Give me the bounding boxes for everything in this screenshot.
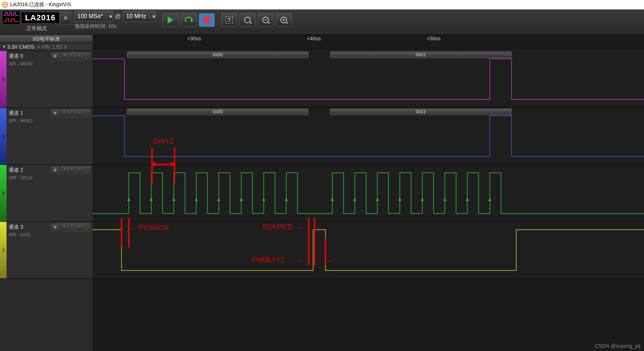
sidebar: I/O电平标准 ▼ 3.3V CMOS -> Vth: 1.65 V 0 通道 …	[0, 35, 93, 351]
channel-protocol: SPI - SCS	[9, 232, 90, 237]
text-cursor-icon: T	[226, 16, 233, 24]
channel-color-bar: 0	[0, 51, 7, 107]
stop-button[interactable]	[199, 13, 215, 27]
trigger-low-button[interactable]: _	[83, 110, 90, 117]
wave-row-0[interactable]: 0x000x01	[93, 51, 644, 108]
annotation-line	[121, 218, 122, 247]
channel-settings-button[interactable]: ⚙	[51, 53, 59, 60]
zoom-fit-button[interactable]	[239, 13, 255, 27]
annotation-div: DIV+2	[153, 137, 174, 146]
decode-label: 0x01	[330, 109, 512, 115]
trigger-group: ⸍ ‾ ⸌ _	[61, 166, 90, 174]
sample-duration-info: 预期采样时间: 10s	[74, 23, 156, 30]
annotation-line	[314, 218, 315, 265]
zoom-fit-icon	[244, 17, 251, 23]
trigger-rising-button[interactable]: ⸍	[61, 53, 68, 60]
channel-3: 3 通道 3 ⚙ ⸍ ‾ ⸌ _ SPI - SCS	[0, 222, 93, 279]
arrow-right-icon: →	[296, 257, 303, 264]
arrow-right-icon: →	[296, 224, 303, 232]
channel-color-bar: 3	[0, 222, 7, 278]
sample-rate-value: 100 MSa*	[74, 13, 106, 20]
trigger-high-button[interactable]: ‾	[68, 110, 75, 117]
trigger-high-button[interactable]: ‾	[68, 53, 75, 60]
sample-freq-combo[interactable]: 10 MHz ▾	[123, 11, 156, 22]
trigger-falling-button[interactable]: ⸌	[75, 110, 83, 117]
toolbar: LA2016 ⚙ 正常模式 100 MSa* ▾ @ 10 MHz ▾ 预期采样…	[0, 9, 644, 35]
zoom-out-button[interactable]: −	[258, 13, 274, 27]
trigger-rising-button[interactable]: ⸍	[61, 224, 68, 231]
chevron-down-icon: ▾	[106, 13, 112, 20]
gear-icon: ⚙	[63, 15, 68, 21]
trigger-group: ⸍ ‾ ⸌ _	[61, 52, 90, 60]
annotation-sckpcs: SCKPCS	[262, 223, 292, 231]
device-wave-icon	[2, 11, 20, 25]
time-ruler: +30us+40us+50us	[93, 35, 644, 51]
arrow-left-icon: ◀	[151, 160, 156, 168]
channel-name: 通道 1	[9, 110, 23, 117]
wave-row-3[interactable]	[93, 222, 644, 279]
device-mode: 正常模式	[26, 25, 47, 32]
trigger-high-button[interactable]: ‾	[68, 224, 75, 231]
annotation-line	[325, 238, 326, 265]
trigger-low-button[interactable]: _	[83, 224, 90, 231]
trigger-group: ⸍ ‾ ⸌ _	[61, 109, 90, 117]
chevron-down-icon: ▾	[149, 13, 156, 20]
trigger-low-button[interactable]: _	[83, 53, 90, 60]
device-name: LA2016	[21, 12, 60, 24]
io-header: I/O电平标准	[0, 35, 93, 43]
loop-button[interactable]	[181, 13, 197, 27]
channel-settings-button[interactable]: ⚙	[51, 110, 59, 117]
titlebar: LA2016 已连接 - KingstVIS	[0, 0, 644, 9]
zoom-in-button[interactable]: +	[276, 13, 292, 27]
channel-name: 通道 2	[9, 167, 23, 174]
trigger-falling-button[interactable]: ⸌	[75, 167, 83, 174]
channel-0: 0 通道 0 ⚙ ⸍ ‾ ⸌ _ SPI - MOSI	[0, 51, 93, 108]
trigger-rising-button[interactable]: ⸍	[61, 167, 68, 174]
channel-color-bar: 1	[0, 108, 7, 164]
annotation-line	[128, 218, 130, 247]
play-icon	[168, 16, 173, 24]
waveform-area[interactable]: +30us+40us+50us 0x000x010x000x01 CSDN @s…	[93, 35, 644, 351]
annotation-fmdly: FMDLY+1	[252, 256, 284, 264]
time-tick: +30us	[187, 36, 201, 41]
decode-label: 0x00	[127, 52, 308, 58]
channel-protocol: SPI - MOSI	[9, 61, 90, 66]
trigger-high-button[interactable]: ‾	[68, 167, 75, 174]
stop-icon	[204, 17, 210, 23]
arrow-left-icon: ←	[326, 257, 333, 264]
trigger-group: ⸍ ‾ ⸌ _	[61, 223, 90, 231]
io-level-sub: -> Vth: 1.65 V	[36, 43, 67, 51]
wave-row-1[interactable]: 0x000x01	[93, 108, 644, 165]
play-button[interactable]	[163, 13, 179, 27]
wave-row-2[interactable]	[93, 165, 644, 222]
device-settings-button[interactable]: ⚙	[60, 11, 71, 25]
watermark: CSDN @suyong_yq	[595, 343, 641, 349]
loop-icon	[185, 17, 193, 23]
channel-settings-button[interactable]: ⚙	[51, 224, 59, 231]
window-title: LA2016 已连接 - KingstVIS	[10, 1, 71, 8]
annotation-pcssck: PCSSCK	[139, 224, 169, 232]
trigger-falling-button[interactable]: ⸌	[75, 224, 83, 231]
sample-rate-combo[interactable]: 100 MSa* ▾	[74, 11, 112, 22]
channel-protocol: SPI - MISO	[9, 118, 90, 123]
trigger-low-button[interactable]: _	[83, 167, 90, 174]
channel-name: 通道 0	[9, 53, 23, 60]
at-symbol: @	[115, 13, 121, 20]
io-level-selector[interactable]: ▼ 3.3V CMOS -> Vth: 1.65 V	[0, 43, 93, 51]
decode-label: 0x00	[127, 109, 308, 115]
io-level-main: 3.3V CMOS	[7, 43, 34, 51]
channel-settings-button[interactable]: ⚙	[51, 167, 59, 174]
zoom-out-icon: −	[262, 17, 269, 23]
trigger-rising-button[interactable]: ⸍	[61, 110, 68, 117]
time-tick: +50us	[427, 36, 441, 41]
text-cursor-button[interactable]: T	[221, 13, 237, 27]
zoom-in-icon: +	[280, 17, 287, 23]
channel-name: 通道 3	[9, 224, 23, 230]
channel-color-bar: 2	[0, 165, 7, 221]
channel-protocol: SPI - SCLK	[9, 175, 90, 180]
trigger-falling-button[interactable]: ⸌	[75, 53, 83, 60]
device-box: LA2016 ⚙ 正常模式	[2, 11, 71, 32]
channel-1: 1 通道 1 ⚙ ⸍ ‾ ⸌ _ SPI - MISO	[0, 108, 93, 165]
sample-freq-value: 10 MHz	[123, 13, 149, 20]
arrow-left-icon: ←	[130, 225, 136, 232]
